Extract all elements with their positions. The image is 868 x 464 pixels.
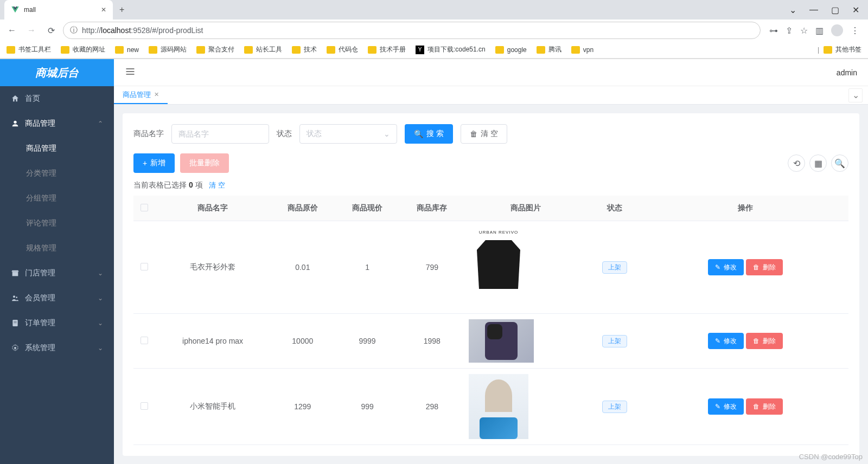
bookmark-item[interactable]: 书签工具栏 <box>7 45 51 54</box>
caret-down-icon[interactable]: ⌄ <box>789 5 796 15</box>
share-icon[interactable]: ⇪ <box>786 25 793 36</box>
close-window-icon[interactable]: ✕ <box>852 5 859 15</box>
bookmark-item[interactable]: google <box>495 46 527 54</box>
sidebar-item-home[interactable]: 首页 <box>0 86 114 111</box>
trash-icon: 🗑 <box>753 403 760 410</box>
gear-icon <box>11 344 20 352</box>
status-select[interactable]: 状态 ⌄ <box>299 124 397 144</box>
new-tab-button[interactable]: + <box>113 5 131 15</box>
profile-icon[interactable] <box>831 24 843 36</box>
cell-now-price: 999 <box>335 369 399 445</box>
folder-icon <box>115 46 124 54</box>
sidebar-item-label: 商品管理 <box>25 119 55 128</box>
order-icon <box>11 319 20 327</box>
sidebar-sub-comment[interactable]: 评论管理 <box>0 211 114 236</box>
add-button[interactable]: + 新增 <box>133 153 175 173</box>
topbar: admin <box>114 59 868 86</box>
delete-button[interactable]: 🗑 删除 <box>746 333 783 349</box>
bookmark-item[interactable]: 站长工具 <box>244 45 282 54</box>
trash-icon: 🗑 <box>470 130 477 138</box>
batch-delete-button[interactable]: 批量删除 <box>180 153 229 173</box>
edit-button[interactable]: ✎ 修改 <box>708 333 744 349</box>
bookmark-item[interactable]: 技术手册 <box>368 45 406 54</box>
bookmark-item[interactable]: new <box>115 46 139 54</box>
user-label[interactable]: admin <box>837 68 857 77</box>
select-all-checkbox[interactable] <box>141 204 148 211</box>
col-now-price: 商品现价 <box>335 196 399 221</box>
tabs-dropdown-button[interactable]: ⌄ <box>848 88 863 102</box>
search-toggle-button[interactable]: 🔍 <box>831 154 848 172</box>
page-tab-product[interactable]: 商品管理 ✕ <box>114 86 168 104</box>
cell-name: 小米智能手机 <box>155 369 270 445</box>
chevron-down-icon: ⌄ <box>98 344 103 352</box>
sidebar-sub-category[interactable]: 分类管理 <box>0 161 114 186</box>
sidebar: 商城后台 首页 商品管理 ⌃ 商品管理 分类管理 分组管理 评论管理 规格管理 … <box>0 59 114 464</box>
clear-selection-link[interactable]: 清 空 <box>209 181 225 189</box>
clear-button-label: 清 空 <box>481 129 498 139</box>
back-button[interactable]: ← <box>4 23 20 38</box>
close-icon[interactable]: ✕ <box>154 91 159 98</box>
clear-filter-button[interactable]: 🗑 清 空 <box>461 124 507 144</box>
bookmark-item[interactable]: 收藏的网址 <box>61 45 105 54</box>
reload-button[interactable]: ⟳ <box>43 23 59 38</box>
bookmark-item[interactable]: 代码仓 <box>327 45 358 54</box>
home-icon <box>11 94 20 103</box>
sidebar-item-member[interactable]: 会员管理 ⌄ <box>0 286 114 311</box>
edit-button[interactable]: ✎ 修改 <box>708 398 744 415</box>
filter-name-label: 商品名字 <box>133 129 164 139</box>
url-input[interactable]: ⓘ http://localhost:9528/#/prod-prodList <box>63 22 761 39</box>
logo[interactable]: 商城后台 <box>0 59 114 86</box>
extensions-icon[interactable]: ▥ <box>815 25 824 36</box>
tab-close-icon[interactable]: ✕ <box>101 6 106 14</box>
bookmark-item[interactable]: 聚合支付 <box>196 45 234 54</box>
browser-tab[interactable]: mall ✕ <box>4 0 113 20</box>
site-info-icon[interactable]: ⓘ <box>70 25 78 35</box>
minimize-icon[interactable]: — <box>809 5 818 15</box>
browser-tab-title: mall <box>24 6 36 14</box>
folder-icon <box>368 46 376 54</box>
sidebar-sub-group[interactable]: 分组管理 <box>0 186 114 211</box>
table-row: 毛衣开衫外套 0.01 1 799 URBAN REVIVO 上架 ✎ 修改 🗑… <box>133 221 848 314</box>
bookmark-item[interactable]: Y项目下载:code51.cn <box>416 45 486 54</box>
folder-icon <box>149 46 157 54</box>
delete-button[interactable]: 🗑 删除 <box>746 259 783 275</box>
sidebar-item-store[interactable]: 门店管理 ⌄ <box>0 261 114 286</box>
bookmark-item[interactable]: 技术 <box>292 45 317 54</box>
bookmark-item[interactable]: vpn <box>571 46 593 54</box>
search-button[interactable]: 🔍 搜 索 <box>405 124 453 144</box>
folder-icon <box>327 46 335 54</box>
sidebar-item-order[interactable]: 订单管理 ⌄ <box>0 311 114 336</box>
address-bar: ← → ⟳ ⓘ http://localhost:9528/#/prod-pro… <box>0 20 868 41</box>
folder-icon <box>244 46 253 54</box>
product-name-input[interactable] <box>171 124 269 144</box>
sidebar-sub-spec[interactable]: 规格管理 <box>0 236 114 261</box>
other-bookmarks[interactable]: 其他书签 <box>824 45 861 54</box>
sidebar-item-system[interactable]: 系统管理 ⌄ <box>0 336 114 360</box>
user-icon <box>11 119 20 128</box>
filter-status-label: 状态 <box>277 129 292 139</box>
forward-button[interactable]: → <box>24 23 39 38</box>
menu-icon[interactable]: ⋮ <box>851 25 859 36</box>
cell-name: iphone14 pro max <box>155 314 270 369</box>
refresh-button[interactable]: ⟲ <box>788 154 805 172</box>
row-checkbox[interactable] <box>141 337 148 344</box>
page-tab-label: 商品管理 <box>123 90 151 100</box>
row-checkbox[interactable] <box>141 263 148 270</box>
bookmark-item[interactable]: 源码网站 <box>149 45 187 54</box>
main-content: admin 商品管理 ✕ ⌄ 商品名字 状态 状态 ⌄ <box>114 59 868 464</box>
hamburger-icon[interactable] <box>125 66 136 79</box>
select-placeholder: 状态 <box>307 129 322 139</box>
bookmark-item[interactable]: 腾讯 <box>537 45 561 54</box>
sidebar-item-product[interactable]: 商品管理 ⌃ <box>0 111 114 136</box>
maximize-icon[interactable]: ▢ <box>831 5 839 15</box>
row-checkbox[interactable] <box>141 402 148 410</box>
folder-icon <box>537 46 545 54</box>
edit-button[interactable]: ✎ 修改 <box>708 259 744 275</box>
trash-icon: 🗑 <box>753 263 760 271</box>
sidebar-sub-product-list[interactable]: 商品管理 <box>0 136 114 161</box>
grid-button[interactable]: ▦ <box>809 154 827 172</box>
star-icon[interactable]: ☆ <box>800 25 808 36</box>
browser-tab-bar: mall ✕ + ⌄ — ▢ ✕ <box>0 0 868 20</box>
key-icon[interactable]: ⊶ <box>769 25 778 36</box>
delete-button[interactable]: 🗑 删除 <box>746 398 783 415</box>
